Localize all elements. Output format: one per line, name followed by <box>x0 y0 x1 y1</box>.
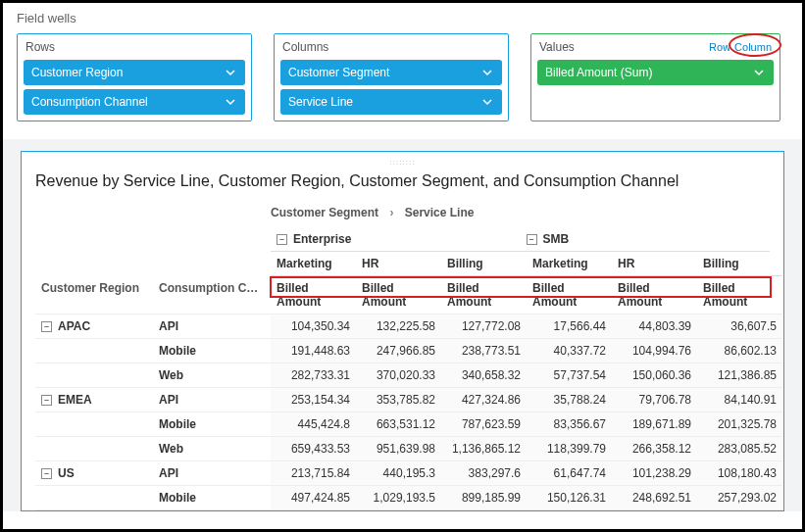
service-line-header[interactable]: HR <box>356 252 441 276</box>
service-line-header[interactable]: Marketing <box>271 252 356 276</box>
region-cell[interactable]: –EMEA <box>35 388 153 411</box>
chip-label: Service Line <box>288 95 353 109</box>
drag-handle-icon[interactable]: :::::::: <box>35 158 770 167</box>
region-cell[interactable]: –US <box>35 461 153 485</box>
service-line-header[interactable]: HR <box>612 252 697 276</box>
visual-card[interactable]: :::::::: Revenue by Service Line, Custom… <box>21 151 784 511</box>
table-row: –APACAPI104,350.34132,225.58127,772.0817… <box>35 314 770 338</box>
value-cell: 44,803.39 <box>612 314 697 338</box>
table-row: Mobile445,424.8663,531.12787,623.5983,35… <box>35 411 770 436</box>
visual-title: Revenue by Service Line, Customer Region… <box>35 172 770 190</box>
value-chip-billed-amount[interactable]: Billed Amount (Sum) <box>537 60 774 85</box>
value-cell: 121,386.85 <box>697 363 782 387</box>
columns-well[interactable]: Columns Customer Segment Service Line <box>274 33 509 121</box>
value-cell: 83,356.67 <box>527 411 612 436</box>
region-name: EMEA <box>58 393 92 407</box>
region-cell <box>35 363 153 387</box>
orient-column-link[interactable]: Column <box>734 41 772 53</box>
channel-cell: API <box>153 461 271 485</box>
value-cell: 61,647.74 <box>527 460 612 485</box>
breadcrumb-item[interactable]: Customer Segment <box>271 206 378 219</box>
value-cell: 86,602.13 <box>697 338 782 363</box>
table-row: Mobile191,448.63247,966.85238,773.5140,3… <box>35 338 770 363</box>
value-cell: 150,060.36 <box>612 363 697 387</box>
segment-label: Enterprise <box>293 232 351 246</box>
value-cell: 445,424.8 <box>271 411 356 436</box>
value-cell: 253,154.34 <box>271 387 356 411</box>
value-cell: 283,085.52 <box>697 436 782 460</box>
value-cell: 127,772.08 <box>441 314 527 338</box>
region-name: APAC <box>58 319 90 333</box>
collapse-icon[interactable]: – <box>41 395 52 406</box>
value-cell: 257,293.02 <box>697 485 782 509</box>
value-cell: 427,324.86 <box>441 387 527 411</box>
metric-header-row: Customer Region Consumption C… Billed Am… <box>35 276 770 314</box>
collapse-icon[interactable]: – <box>277 234 287 245</box>
row-header-channel[interactable]: Consumption C… <box>153 276 271 314</box>
values-well[interactable]: Values Row Column Billed Amount (Sum) <box>530 33 780 121</box>
values-label: Values <box>539 40 575 54</box>
value-cell: 189,671.89 <box>612 411 697 436</box>
metric-header: Billed Amount <box>441 276 527 314</box>
col-chip-service-line[interactable]: Service Line <box>280 89 502 115</box>
service-line-header[interactable]: Billing <box>441 252 527 276</box>
col-chip-customer-segment[interactable]: Customer Segment <box>280 60 502 85</box>
row-chip-consumption-channel[interactable]: Consumption Channel <box>24 89 245 115</box>
value-cell: 340,658.32 <box>441 363 527 387</box>
value-cell: 1,136,865.12 <box>441 436 527 460</box>
pivot-table[interactable]: – Enterprise – SMB Marketing HR Billing <box>35 227 770 511</box>
value-cell: 132,225.58 <box>356 314 441 338</box>
metric-header: Billed Amount <box>527 276 612 314</box>
collapse-icon[interactable]: – <box>41 321 52 332</box>
table-row: Web659,433.53951,639.981,136,865.12118,3… <box>35 436 770 460</box>
breadcrumb-separator-icon: › <box>389 206 393 219</box>
rows-well[interactable]: Rows Customer Region Consumption Channel <box>17 33 252 121</box>
service-line-header[interactable]: Billing <box>697 252 782 276</box>
table-row: Web282,733.31370,020.33340,658.3257,737.… <box>35 363 770 387</box>
metric-header: Billed Amount <box>271 276 356 314</box>
chevron-down-icon <box>752 66 766 79</box>
value-cell: 210,907.85 <box>527 509 612 511</box>
channel-cell: Web <box>153 363 271 387</box>
columns-label: Columns <box>282 40 328 54</box>
field-wells-title: Field wells <box>17 11 788 25</box>
value-cell: 899,185.99 <box>441 485 527 509</box>
collapse-icon[interactable]: – <box>41 468 52 479</box>
value-cell: 248,692.51 <box>612 485 697 509</box>
value-cell: 108,180.43 <box>697 460 782 485</box>
collapse-icon[interactable]: – <box>527 234 537 245</box>
value-cell: 201,325.78 <box>697 411 782 436</box>
region-name: US <box>58 466 75 480</box>
segment-header-enterprise[interactable]: – Enterprise <box>271 227 521 252</box>
service-line-header[interactable]: Marketing <box>527 252 612 276</box>
value-cell: 104,994.76 <box>612 338 697 363</box>
channel-cell: Web <box>153 510 271 511</box>
row-chip-customer-region[interactable]: Customer Region <box>24 60 245 85</box>
value-cell: 951,639.98 <box>356 436 441 460</box>
value-cell: 150,126.31 <box>527 485 612 509</box>
region-cell[interactable]: –APAC <box>35 314 153 338</box>
region-cell <box>35 339 153 363</box>
value-cell: 247,966.85 <box>356 338 441 363</box>
chevron-down-icon <box>224 66 237 79</box>
value-cell: 213,715.84 <box>271 460 356 485</box>
values-orient-toggle: Row Column <box>709 41 772 53</box>
chevron-down-icon <box>224 95 237 109</box>
value-cell: 101,238.29 <box>612 460 697 485</box>
service-line-header-row: Marketing HR Billing Marketing HR Billin… <box>35 252 770 276</box>
data-rows: –APACAPI104,350.34132,225.58127,772.0817… <box>35 314 770 511</box>
row-header-region[interactable]: Customer Region <box>35 276 153 314</box>
table-row: Web714,712.031,466,952.721,284,108.35210… <box>35 509 770 511</box>
channel-cell: Mobile <box>153 412 271 436</box>
segment-header-row: – Enterprise – SMB <box>35 227 770 252</box>
table-row: –EMEAAPI253,154.34353,785.82427,324.8635… <box>35 387 770 411</box>
value-cell: 370,020.33 <box>356 363 441 387</box>
breadcrumb-item[interactable]: Service Line <box>405 206 475 219</box>
channel-cell: Mobile <box>153 486 271 509</box>
orient-row-link[interactable]: Row <box>709 41 730 53</box>
metric-header: Billed Amount <box>697 276 782 314</box>
channel-cell: Web <box>153 437 271 460</box>
segment-header-smb[interactable]: – SMB <box>521 227 771 252</box>
value-cell: 659,433.53 <box>271 436 356 460</box>
region-cell <box>35 510 153 511</box>
